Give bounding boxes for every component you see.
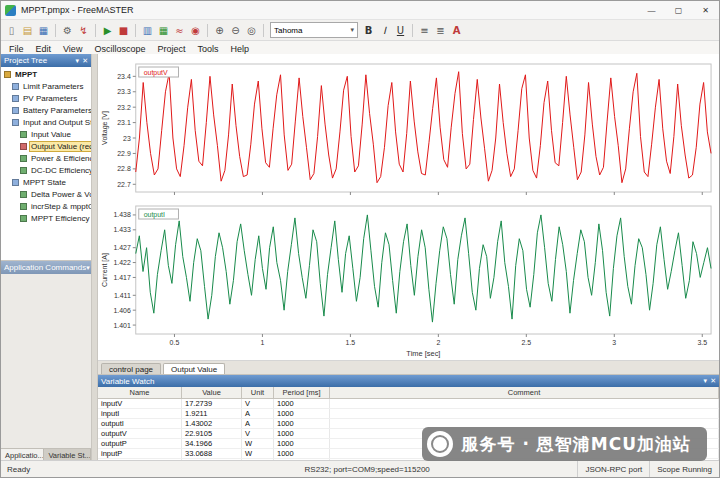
watch-cell: 1000	[274, 419, 330, 428]
window-title: MPPT.pmpx - FreeMASTER	[21, 5, 134, 15]
chevron-down-icon[interactable]: ▾	[350, 26, 354, 34]
start-communication-icon[interactable]: ▶	[100, 23, 115, 38]
bold-icon[interactable]: B	[361, 23, 376, 38]
zoom-fit-icon[interactable]: ◎	[244, 23, 259, 38]
tree-item[interactable]: Input and Output State	[1, 116, 91, 128]
watch-cell: A	[242, 409, 274, 418]
align-center-icon[interactable]: ≣	[433, 23, 448, 38]
svg-text:22.8: 22.8	[117, 165, 131, 172]
watch-cell: V	[242, 429, 274, 438]
italic-icon[interactable]: I	[377, 23, 392, 38]
scope-tab-strip: control pageOutput Value	[98, 361, 719, 375]
menu-edit[interactable]: Edit	[30, 44, 58, 54]
menu-tools[interactable]: Tools	[191, 44, 224, 54]
menu-help[interactable]: Help	[224, 44, 255, 54]
tree-item[interactable]: MPPT State	[1, 176, 91, 188]
oscilloscope-view[interactable]: 23.423.323.223.12322.922.822.7Voltage [V…	[98, 54, 719, 361]
tree-item-label: Input and Output State	[21, 117, 91, 128]
watch-col-header[interactable]: Unit	[242, 387, 274, 398]
tree-item-label: incrStep & mpptOut	[29, 201, 91, 212]
watch-cell: 1000	[274, 439, 330, 448]
tree-item[interactable]: Output Value (recording)	[1, 140, 91, 152]
tree-item[interactable]: MPPT Efficiency	[1, 212, 91, 224]
menu-file[interactable]: File	[3, 44, 30, 54]
menu-project[interactable]: Project	[151, 44, 191, 54]
svg-text:22.9: 22.9	[117, 150, 131, 157]
watch-cell: 22.9105	[182, 429, 242, 438]
project-tree-title: Project Tree	[4, 56, 47, 65]
scope-tab-0[interactable]: control page	[101, 363, 161, 374]
underline-icon[interactable]: U	[393, 23, 408, 38]
tree-item[interactable]: MPPT	[1, 68, 91, 80]
watch-col-header[interactable]: Period [ms]	[274, 387, 330, 398]
legend-outputI: outputI	[144, 211, 165, 219]
new-oscilloscope-icon[interactable]: ≈	[172, 23, 187, 38]
panel-close-icon[interactable]: ✕	[82, 57, 88, 65]
svg-text:23.1: 23.1	[117, 119, 131, 126]
watch-col-header[interactable]: Comment	[330, 387, 719, 398]
svg-text:0.5: 0.5	[170, 339, 180, 346]
watch-col-header[interactable]: Name	[98, 387, 182, 398]
open-project-icon[interactable]: ▤	[20, 23, 35, 38]
watch-row[interactable]: inputV17.2739V1000	[98, 399, 719, 409]
menu-oscilloscope[interactable]: Oscilloscope	[88, 44, 151, 54]
project-folder-icon	[4, 71, 11, 78]
tree-item[interactable]: Battery Parameters	[1, 104, 91, 116]
watch-row[interactable]: inputI1.9211A1000	[98, 409, 719, 419]
maximize-button[interactable]: ▢	[665, 1, 692, 19]
oscilloscope-icon	[20, 191, 27, 198]
menu-view[interactable]: View	[57, 44, 88, 54]
panel-menu-icon[interactable]: ▾	[704, 377, 708, 385]
tree-item-label: DC-DC Efficiency	[29, 165, 91, 176]
status-ready: Ready	[1, 465, 157, 474]
toolbar-separator	[135, 24, 136, 37]
svg-text:3: 3	[612, 339, 616, 346]
tree-item[interactable]: PV Parameters	[1, 92, 91, 104]
new-recorder-icon[interactable]: ◉	[188, 23, 203, 38]
application-commands-header[interactable]: Application Commands ▾ ✕	[1, 261, 91, 274]
workspace: Project Tree ▾ ✕ MPPTLimit ParametersPV …	[1, 54, 719, 461]
toolbar-separator	[95, 24, 96, 37]
tree-item-label: MPPT State	[21, 177, 68, 188]
new-control-page-icon[interactable]: ▥	[140, 23, 155, 38]
watch-cell	[330, 409, 719, 418]
connection-wizard-icon[interactable]: ↯	[76, 23, 91, 38]
close-button[interactable]: ✕	[692, 1, 719, 19]
tree-item[interactable]: Input Value	[1, 128, 91, 140]
save-project-icon[interactable]: ▦	[36, 23, 51, 38]
tree-item-label: MPPT	[13, 69, 39, 80]
tree-item[interactable]: incrStep & mpptOut	[1, 200, 91, 212]
zoom-out-icon[interactable]: ⊖	[228, 23, 243, 38]
tree-item[interactable]: DC-DC Efficiency	[1, 164, 91, 176]
panel-menu-icon[interactable]: ▾	[76, 57, 80, 65]
variable-watch-grid-icon[interactable]: ▦	[156, 23, 171, 38]
watch-col-header[interactable]: Value	[182, 387, 242, 398]
project-options-icon[interactable]: ⚙	[60, 23, 75, 38]
watch-cell: outputP	[98, 439, 182, 448]
tree-item[interactable]: Power & Efficiency	[1, 152, 91, 164]
tree-item[interactable]: Delta Power & Voltage	[1, 188, 91, 200]
svg-text:1.422: 1.422	[113, 259, 131, 266]
watermark-logo-icon	[427, 431, 453, 457]
svg-text:1.438: 1.438	[113, 211, 131, 218]
watch-cell: 33.0688	[182, 449, 242, 458]
watermark-text: 服务号 · 恩智浦MCU加油站	[462, 433, 692, 456]
scope-tab-1[interactable]: Output Value	[163, 363, 225, 374]
align-left-icon[interactable]: ≡	[417, 23, 432, 38]
new-project-icon[interactable]: ▯	[4, 23, 19, 38]
toolbar: ▯▤▦⚙↯▶■▥▦≈◉⊕⊖◎Tahoma▾BIU≡≣A	[1, 20, 719, 41]
tree-item[interactable]: Limit Parameters	[1, 80, 91, 92]
font-combo[interactable]: Tahoma▾	[270, 22, 358, 38]
watch-cell: 34.1966	[182, 439, 242, 448]
left-dock: Project Tree ▾ ✕ MPPTLimit ParametersPV …	[1, 54, 92, 461]
font-combo-value: Tahoma	[274, 26, 302, 35]
zoom-in-icon[interactable]: ⊕	[212, 23, 227, 38]
oscilloscope-icon	[20, 167, 27, 174]
minimize-button[interactable]: —	[638, 1, 665, 19]
svg-text:1.406: 1.406	[113, 307, 131, 314]
svg-text:1.433: 1.433	[113, 226, 131, 233]
text-color-icon[interactable]: A	[449, 23, 464, 38]
panel-close-icon[interactable]: ✕	[710, 377, 716, 385]
panel-menu-icon[interactable]: ▾	[86, 264, 90, 272]
stop-communication-icon[interactable]: ■	[116, 23, 131, 38]
